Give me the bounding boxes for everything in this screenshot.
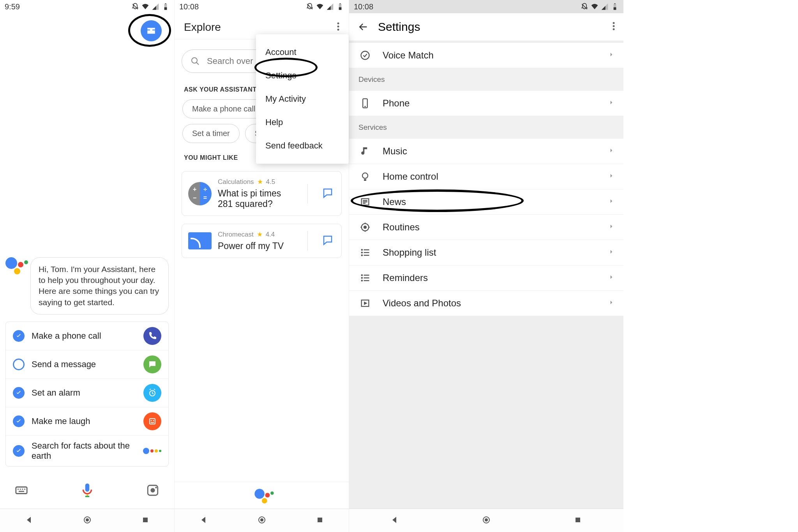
- mute-icon: [131, 3, 139, 11]
- suggestion-send-message[interactable]: Send a message: [6, 350, 168, 379]
- status-bar: 9:59: [0, 0, 174, 13]
- lens-icon: [146, 484, 159, 497]
- suggestion-set-alarm[interactable]: Set an alarm: [6, 379, 168, 407]
- chevron-right-icon: [609, 274, 614, 281]
- wifi-icon: [316, 3, 324, 11]
- row-home-control[interactable]: Home control: [349, 164, 623, 189]
- nav-recents[interactable]: [573, 515, 583, 526]
- nav-back[interactable]: [25, 515, 34, 526]
- check-outline-icon: [13, 359, 25, 370]
- mute-icon: [581, 3, 588, 11]
- chip-phone-call[interactable]: Make a phone call: [182, 99, 265, 118]
- mic-button[interactable]: [79, 482, 95, 500]
- svg-point-47: [361, 280, 363, 281]
- assistant-bottom-toolbar: [5, 474, 169, 509]
- svg-point-5: [151, 420, 152, 421]
- chevron-right-icon: [609, 300, 614, 307]
- assistant-mini-icon: [143, 448, 161, 454]
- suggestion-search-facts[interactable]: Search for facts about the earth: [6, 436, 168, 466]
- nav-back[interactable]: [199, 515, 208, 526]
- svg-rect-2: [165, 4, 166, 4]
- suggestion-make-laugh[interactable]: Make me laugh: [6, 407, 168, 436]
- status-bar: 10:08: [349, 0, 623, 13]
- nav-bar: [175, 509, 349, 532]
- menu-activity[interactable]: My Activity: [256, 87, 349, 111]
- nav-recents[interactable]: [315, 515, 325, 526]
- card-title: Power off my TV: [218, 241, 298, 251]
- phone-device-icon: [358, 98, 372, 109]
- svg-rect-8: [18, 489, 19, 490]
- row-shopping-list[interactable]: Shopping list: [349, 240, 623, 265]
- svg-point-14: [150, 488, 155, 492]
- row-videos-photos[interactable]: Videos and Photos: [349, 291, 623, 316]
- status-time: 10:08: [354, 2, 373, 11]
- check-icon: [13, 415, 25, 427]
- row-routines[interactable]: Routines: [349, 215, 623, 240]
- row-news[interactable]: News: [349, 189, 623, 215]
- suggestion-phone-call[interactable]: Make a phone call: [6, 322, 168, 350]
- more-button[interactable]: [337, 22, 339, 33]
- check-icon: [13, 445, 25, 457]
- card-chromecast[interactable]: Chromecast ★ 4.4 Power off my TV: [182, 224, 342, 258]
- row-voice-match[interactable]: Voice Match: [349, 43, 623, 68]
- svg-rect-51: [576, 518, 580, 522]
- chat-icon: [322, 187, 334, 199]
- svg-point-46: [361, 277, 363, 279]
- assistant-logo-icon[interactable]: [254, 489, 269, 503]
- svg-rect-31: [614, 4, 615, 4]
- row-phone[interactable]: Phone: [349, 91, 623, 116]
- row-reminders[interactable]: Reminders: [349, 265, 623, 291]
- alarm-icon: [143, 384, 161, 402]
- card-calculations[interactable]: + − ÷ = Calculations ★ 4.5 What is pi ti…: [182, 171, 342, 216]
- row-music[interactable]: Music: [349, 139, 623, 164]
- mic-icon: [79, 482, 95, 498]
- signal-icon: [152, 3, 159, 11]
- nav-recents[interactable]: [141, 515, 150, 526]
- status-time: 10:08: [179, 2, 199, 11]
- section-services: Services: [349, 116, 623, 139]
- chevron-right-icon: [609, 148, 614, 155]
- svg-rect-21: [339, 4, 341, 4]
- try-button[interactable]: [317, 187, 338, 200]
- chevron-right-icon: [609, 173, 614, 180]
- menu-account[interactable]: Account: [256, 41, 349, 64]
- more-button[interactable]: [613, 21, 615, 32]
- menu-help[interactable]: Help: [256, 111, 349, 134]
- nav-home[interactable]: [482, 515, 491, 526]
- try-button[interactable]: [317, 234, 338, 247]
- laugh-icon: [143, 412, 161, 430]
- chromecast-icon: [188, 232, 212, 249]
- keyboard-button[interactable]: [15, 484, 28, 498]
- nav-back[interactable]: [390, 515, 399, 526]
- svg-point-45: [361, 274, 363, 276]
- status-icons: [581, 3, 619, 11]
- news-icon: [358, 196, 372, 207]
- lens-button[interactable]: [146, 484, 159, 498]
- nav-home[interactable]: [257, 515, 267, 526]
- svg-point-32: [613, 22, 615, 24]
- back-button[interactable]: [358, 21, 369, 32]
- menu-settings[interactable]: Settings: [256, 64, 349, 87]
- menu-feedback[interactable]: Send feedback: [256, 134, 349, 157]
- battery-icon: [611, 3, 619, 11]
- svg-point-37: [365, 106, 365, 107]
- svg-rect-1: [164, 7, 167, 10]
- svg-point-15: [155, 487, 157, 488]
- card-title: What is pi times 281 squared?: [218, 188, 298, 209]
- list-icon: [358, 247, 372, 258]
- svg-point-24: [337, 29, 339, 31]
- explore-body: Explore ASK YOUR ASSISTANT Make a phone …: [175, 13, 349, 509]
- archive-button[interactable]: [141, 20, 162, 41]
- suggestion-label: Search for facts about the earth: [32, 441, 136, 461]
- explore-footer: [175, 482, 349, 509]
- svg-point-42: [361, 249, 363, 251]
- signal-icon: [601, 3, 609, 11]
- chip-set-timer[interactable]: Set a timer: [182, 124, 240, 143]
- calculator-icon: + − ÷ =: [188, 182, 212, 205]
- svg-rect-18: [143, 518, 148, 522]
- list-icon: [358, 272, 372, 283]
- settings-header: Settings: [349, 13, 623, 41]
- music-icon: [358, 146, 372, 157]
- chevron-right-icon: [609, 198, 614, 205]
- nav-home[interactable]: [83, 515, 92, 526]
